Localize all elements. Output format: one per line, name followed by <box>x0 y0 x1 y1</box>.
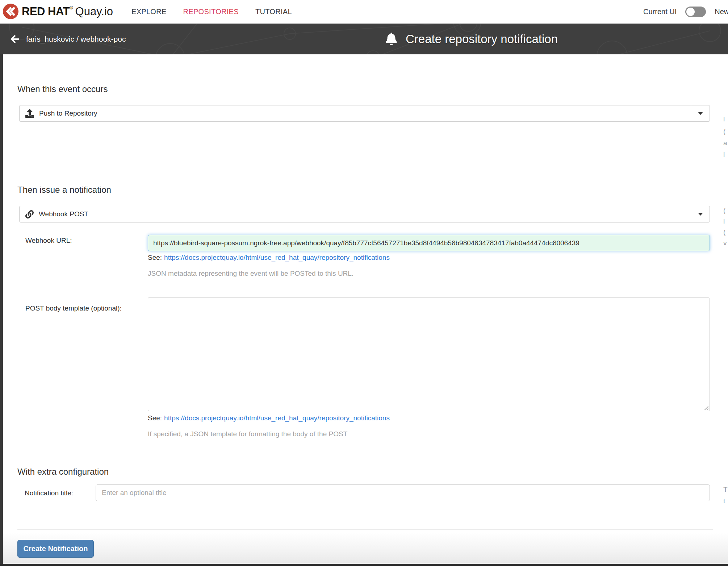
event-dropdown[interactable]: Push to Repository <box>19 105 710 122</box>
left-edge-strip <box>0 54 3 566</box>
post-body-label: POST body template (optional): <box>25 304 122 312</box>
top-navbar: RED HAT®Quay.io EXPLORE REPOSITORIES TUT… <box>0 0 728 24</box>
webhook-url-input[interactable] <box>148 235 710 251</box>
extra-config-heading: With extra configuration <box>17 467 109 477</box>
brand-product-label: Quay.io <box>75 5 113 18</box>
webhook-help-text: JSON metadata representing the event wil… <box>148 270 353 278</box>
edge-fragment: t <box>723 497 725 505</box>
edge-fragment: T <box>723 486 728 494</box>
caret-down-icon <box>698 213 703 216</box>
edge-fragment: l <box>723 217 725 225</box>
webhook-url-label: Webhook URL: <box>25 237 72 245</box>
webhook-see-line: See:https://docs.projectquay.io/html/use… <box>148 254 390 262</box>
footer-divider <box>17 529 713 530</box>
caret-down-icon <box>698 112 703 115</box>
notification-section-heading: Then issue a notification <box>17 185 111 195</box>
back-arrow-icon[interactable] <box>10 34 20 44</box>
notification-title-label: Notification title: <box>25 489 73 497</box>
edge-fragment: ( <box>723 228 725 236</box>
edge-fragment: a <box>723 139 727 147</box>
chain-link-icon <box>25 210 34 219</box>
ui-toggle[interactable] <box>685 7 706 17</box>
nav-links: EXPLORE REPOSITORIES TUTORIAL <box>131 0 292 24</box>
create-notification-button[interactable]: Create Notification <box>17 540 94 558</box>
see-prefix: See: <box>148 414 162 422</box>
new-ui-label: New <box>715 8 728 16</box>
notification-dropdown-caret-button[interactable] <box>691 206 710 222</box>
notification-title-input[interactable] <box>96 484 710 501</box>
edge-fragment: l <box>723 151 725 159</box>
quay-logo-icon <box>3 4 18 19</box>
nav-link-repositories[interactable]: REPOSITORIES <box>183 8 239 16</box>
edge-fragment: v <box>723 239 727 247</box>
nav-link-tutorial[interactable]: TUTORIAL <box>255 8 292 16</box>
webhook-docs-link[interactable]: https://docs.projectquay.io/html/use_red… <box>164 254 390 261</box>
notification-method-dropdown-value: Webhook POST <box>39 210 88 218</box>
page-title: Create repository notification <box>406 32 558 46</box>
upload-icon <box>25 109 34 118</box>
ui-version-switch: Current UI New <box>643 0 728 24</box>
notification-method-dropdown[interactable]: Webhook POST <box>19 206 710 222</box>
nav-link-explore[interactable]: EXPLORE <box>131 8 167 16</box>
notification-form-panel: When this event occurs Push to Repositor… <box>3 54 728 566</box>
see-prefix: See: <box>148 254 162 261</box>
post-body-see-line: See:https://docs.projectquay.io/html/use… <box>148 414 390 422</box>
brand-redhat-label: RED HAT <box>22 5 70 18</box>
edge-fragment: ( <box>723 128 725 136</box>
footer-area: Create Notification <box>3 533 728 566</box>
bottom-edge-bar <box>0 564 728 566</box>
breadcrumb[interactable]: faris_huskovic / webhook-poc <box>26 35 126 43</box>
event-dropdown-caret-button[interactable] <box>691 105 710 121</box>
brand-text: RED HAT®Quay.io <box>22 5 113 18</box>
registered-mark: ® <box>70 5 73 11</box>
post-body-help-text: If specified, a JSON template for format… <box>148 430 347 438</box>
event-section-heading: When this event occurs <box>17 84 108 94</box>
event-dropdown-value: Push to Repository <box>39 109 97 117</box>
brand-home-link[interactable]: RED HAT®Quay.io <box>3 4 113 19</box>
edge-fragment: l <box>723 115 725 123</box>
edge-fragment: ( <box>723 207 725 215</box>
bell-icon <box>385 33 398 45</box>
post-body-textarea[interactable] <box>148 297 710 411</box>
post-body-docs-link[interactable]: https://docs.projectquay.io/html/use_red… <box>164 414 390 422</box>
page-header: faris_huskovic / webhook-poc Create repo… <box>0 24 728 54</box>
current-ui-label: Current UI <box>643 8 677 16</box>
toggle-knob <box>686 8 695 16</box>
